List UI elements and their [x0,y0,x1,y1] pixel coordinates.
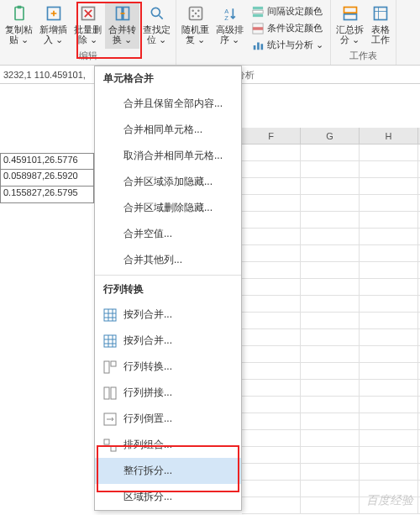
menu-item-merge-other-col[interactable]: 合并其他列... [95,247,241,273]
svg-rect-33 [104,439,109,444]
menu-item-merge-by-col-1[interactable]: 按列合并... [95,302,241,328]
menu-item-row-split[interactable]: 整行拆分... [95,458,241,484]
search-icon [148,4,166,23]
button-label: 随机重复 ⌄ [181,24,209,45]
grid-color-icon [252,6,264,18]
group-label-edit: 编辑 [2,49,174,63]
mini-label: 条件设定颜色 [267,22,323,34]
ribbon-group-data: 随机重复 ⌄ AZ 高级排序 ⌄ 间隔设定颜色 条件设定颜色 统计与分析 ⌄ [176,0,331,65]
svg-rect-0 [15,8,24,20]
svg-rect-25 [375,8,387,20]
svg-rect-21 [257,42,260,50]
stats-icon [252,39,264,51]
merge-convert-menu: 单元格合并 合并且保留全部内容... 合并相同单元格... 取消合并相同单元格.… [94,66,242,511]
button-label: 批量删除 ⌄ [74,24,102,45]
sheet-tools-button[interactable]: 表格工作 [367,2,394,49]
random-repeat-button[interactable]: 随机重复 ⌄ [178,2,213,63]
menu-item-area-split[interactable]: 区域拆分... [95,484,241,510]
merge-convert-button[interactable]: 合并转换 ⌄ [105,2,139,49]
formula-content: 3232,1 110.459101, [3,70,86,80]
menu-item-rowcol-convert[interactable]: 行列转换... [95,354,241,380]
condition-color-button[interactable]: 条件设定颜色 [249,20,327,36]
col-header-f[interactable]: F [242,128,301,144]
svg-point-8 [192,9,194,12]
svg-point-10 [194,13,197,15]
delete-button[interactable]: 批量删除 ⌄ [71,2,105,49]
merge-icon [113,4,132,23]
col-header-g[interactable]: G [301,128,360,144]
insert-button[interactable]: 新增插入 ⌄ [36,2,71,49]
svg-rect-26 [104,309,116,321]
button-label: 查找定位 ⌄ [143,24,171,45]
menu-item-merge-keep-all[interactable]: 合并且保留全部内容... [95,91,241,117]
concat-icon [103,386,117,400]
random-icon [186,4,205,23]
menu-item-label: 排列组合... [123,438,172,452]
svg-point-12 [197,15,200,18]
data-cell[interactable]: 0.155827,26.5795 [0,187,94,203]
col-header-h[interactable]: H [360,128,418,144]
column-headers: F G H [242,128,420,145]
find-locate-button[interactable]: 查找定位 ⌄ [139,2,174,49]
svg-rect-30 [104,387,109,399]
menu-item-merge-empty[interactable]: 合并空值... [95,221,241,247]
menu-divider [95,275,241,276]
data-cell[interactable]: 0.058987,26.5920 [0,170,94,187]
ribbon-toolbar: 复制粘贴 ⌄ 新增插入 ⌄ 批量删除 ⌄ 合并转换 ⌄ 查找定位 ⌄ 编辑 [0,0,420,66]
data-cells: 0.459101,26.5776 0.058987,26.5920 0.1558… [0,153,94,203]
menu-item-merge-add-hidden[interactable]: 合并区域添加隐藏... [95,169,241,195]
menu-item-label: 合并且保留全部内容... [123,97,223,111]
clipboard-icon [10,4,29,23]
copy-paste-button[interactable]: 复制粘贴 ⌄ [2,2,36,49]
menu-item-merge-same[interactable]: 合并相同单元格... [95,117,241,143]
empty-grid[interactable] [242,145,420,515]
menu-item-merge-del-hidden[interactable]: 合并区域删除隐藏... [95,195,241,221]
menu-item-permutation[interactable]: 排列组合... [95,432,241,458]
ribbon-group-edit: 复制粘贴 ⌄ 新增插入 ⌄ 批量删除 ⌄ 合并转换 ⌄ 查找定位 ⌄ 编辑 [0,0,176,65]
delete-icon [79,4,97,23]
summary-split-button[interactable]: 汇总拆分 ⌄ [333,2,367,49]
svg-rect-20 [254,45,256,50]
svg-rect-19 [253,27,263,30]
svg-text:Z: Z [224,14,228,22]
stats-analysis-button[interactable]: 统计与分析 ⌄ [249,37,327,53]
split-icon [341,4,360,23]
mini-label: 统计与分析 ⌄ [267,39,323,51]
group-label-tools: 工作表 [333,49,394,63]
menu-item-label: 合并区域删除隐藏... [123,201,213,215]
menu-section-title: 单元格合并 [95,66,241,91]
button-label: 汇总拆分 ⌄ [336,24,364,45]
menu-item-label: 合并空值... [123,227,172,241]
permute-icon [103,439,117,452]
button-label: 表格工作 [371,24,390,45]
menu-item-label: 按列合并... [123,307,172,322]
mini-label: 间隔设定颜色 [267,5,323,18]
interval-color-button[interactable]: 间隔设定颜色 [249,3,327,19]
menu-item-label: 合并相同单元格... [123,123,202,137]
menu-item-label: 按列合并... [123,334,172,348]
menu-section-title: 行列转换 [95,277,241,302]
svg-rect-22 [261,44,264,50]
table-icon [103,334,117,348]
svg-rect-1 [17,6,21,8]
menu-item-label: 取消合并相同单元格... [123,149,223,163]
svg-rect-31 [111,387,116,399]
menu-item-merge-by-col-2[interactable]: 按列合并... [95,328,241,354]
svg-rect-28 [104,361,109,373]
reverse-icon [103,413,117,426]
data-cell[interactable]: 0.459101,26.5776 [0,153,94,170]
advanced-sort-button[interactable]: AZ 高级排序 ⌄ [213,2,247,63]
watermark: 百度经验 [366,493,413,508]
menu-item-rowcol-concat[interactable]: 行列拼接... [95,380,241,406]
sheet-icon [371,4,390,23]
svg-rect-16 [253,10,263,13]
svg-rect-17 [253,13,263,17]
svg-rect-34 [111,446,116,451]
menu-item-label: 行列拼接... [123,386,172,400]
menu-item-unmerge-same[interactable]: 取消合并相同单元格... [95,143,241,169]
menu-item-label: 行列倒置... [123,412,172,426]
menu-item-label: 合并其他列... [123,253,182,267]
sort-icon: AZ [221,4,239,23]
menu-item-label: 区域拆分... [123,490,172,504]
menu-item-rowcol-reverse[interactable]: 行列倒置... [95,406,241,432]
